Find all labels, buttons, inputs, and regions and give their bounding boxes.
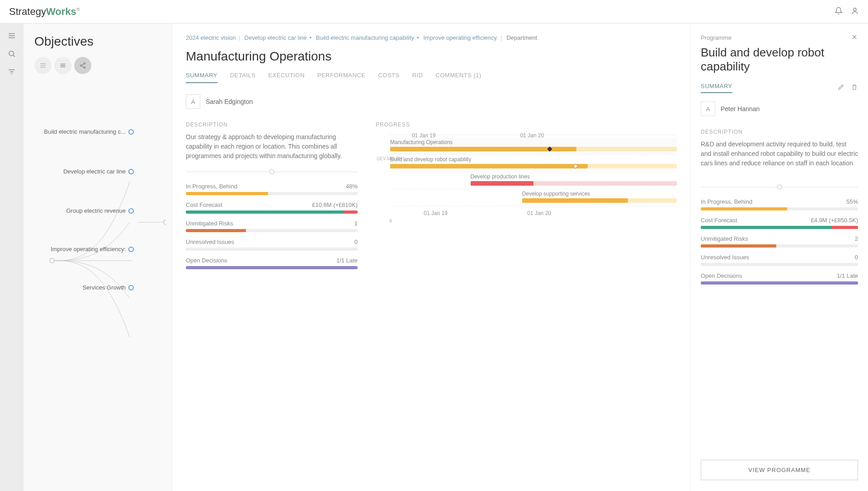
metric-label: Unmitigated Risks [701,235,748,242]
gantt-row[interactable]: DEV-MO-PR1Build and develop robot capabi… [390,155,677,172]
breadcrumb-current: Department [506,34,537,41]
metric-value: 1 [354,220,358,227]
progress-label: PROGRESS [376,122,677,128]
tab-summary[interactable]: SUMMARY [186,72,217,83]
gantt-label: Build and develop robot capability [390,156,471,163]
gantt-bar-progress [471,181,533,186]
metric-bar [186,229,358,232]
gantt-row[interactable]: Develop supporting services [390,189,677,206]
metric: Open Decisions1/1 Late [701,272,858,285]
tree-node[interactable]: Services Growth [83,284,134,291]
breadcrumb-link[interactable]: Improve operating efficiency. [423,34,498,41]
filter-icon[interactable] [8,68,16,78]
panel-tab-summary[interactable]: SUMMARY [701,83,732,93]
metric-value: 0 [354,238,358,245]
tab-details[interactable]: DETAILS [230,72,256,83]
tree-node[interactable]: Improve operating efficiency: [51,246,134,253]
tab-costs[interactable]: COSTS [378,72,399,83]
tab-rid[interactable]: RID [412,72,423,83]
avatar[interactable]: A [186,94,200,109]
metric-bar [186,266,358,269]
svg-point-0 [854,8,856,11]
tree-panel: Objectives Build electric manufacturing … [24,23,172,491]
svg-point-7 [44,65,45,66]
metric-label: Unresolved Issues [186,238,234,245]
gantt-row[interactable]: Develop production lines [390,172,677,189]
bell-icon[interactable] [835,7,843,17]
metric-value: £10.8M (+£810K) [312,201,358,208]
description-label: DESCRIPTION [701,129,858,135]
metric-value: 1/1 Late [837,272,858,279]
tree-node[interactable]: Build electric manufacturing c... [44,128,134,135]
description-label: DESCRIPTION [186,122,358,128]
metric: Unresolved Issues0 [186,238,358,251]
gantt-label: Manufacturing Operations [390,139,453,145]
tree-node[interactable]: Develop electric car line [63,168,134,175]
metric-bar [186,192,358,195]
metric: Open Decisions1/1 Late [186,257,358,269]
metric: Unmitigated Risks2 [701,235,858,248]
center-panel: 2024 electric vision| Develop electric c… [172,23,691,491]
panel-title: Build and develop robot capability [701,46,858,74]
user-icon[interactable] [851,7,859,17]
tree-node[interactable]: Group electric revenue [66,207,134,214]
metric-bar [701,263,858,266]
metric-value: 0 [855,254,858,261]
metric: In Progress, Behind48% [186,183,358,195]
metric-label: In Progress, Behind [186,183,237,190]
svg-point-4 [44,63,45,64]
tab-comments[interactable]: COMMENTS (1) [436,72,481,83]
metric-bar [701,281,858,285]
view-grid-icon[interactable] [34,57,52,74]
metric-bar [701,226,858,229]
view-programme-button[interactable]: VIEW PROGRAMME [701,460,858,480]
svg-point-10 [44,67,45,68]
metric-bar [701,244,858,248]
menu-icon[interactable] [8,32,16,42]
divider [186,172,358,172]
tab-performance[interactable]: PERFORMANCE [317,72,366,83]
tab-execution[interactable]: EXECUTION [268,72,304,83]
avatar[interactable]: A [701,102,715,116]
view-list-icon[interactable] [54,57,71,74]
delete-icon[interactable] [851,84,858,93]
metric: Unresolved Issues0 [701,254,858,266]
gantt-chart: 01 Jan 19 01 Jan 20 Manufacturing Operat… [376,132,677,223]
tree-title: Objectives [29,34,166,49]
metric-value: £4.9M (+£850.5K) [811,217,858,224]
metric-value: 55% [846,198,858,205]
metric: Cost Forecast£10.8M (+£810K) [186,201,358,214]
description-text: Our strategy & approach to developing ma… [186,132,358,161]
metric-label: Unresolved Issues [701,254,749,261]
breadcrumb-link[interactable]: Develop electric car line [245,34,307,41]
search-icon[interactable] [8,50,16,60]
svg-point-1 [9,51,14,56]
metric-label: Unmitigated Risks [186,220,233,227]
metric-value: 2 [855,235,858,242]
owner-name: Sarah Edgington [206,98,253,105]
metric-value: 48% [346,183,358,190]
svg-point-6 [42,65,43,66]
metric-label: In Progress, Behind [701,198,752,205]
svg-point-5 [41,65,42,66]
metric-bar [186,248,358,251]
edit-icon[interactable] [837,84,844,93]
breadcrumb-link[interactable]: Build electric manufacturing capability [316,34,415,41]
close-icon[interactable] [851,33,858,42]
gantt-label: Develop supporting services [522,191,590,197]
tree-connector-icon [48,164,166,358]
svg-point-14 [50,258,54,263]
owner-name: Peter Hannan [721,105,760,112]
panel-kind: Programme [701,34,858,41]
topbar: StrategyWorks® [0,0,868,23]
gantt-row[interactable]: Manufacturing Operations [390,138,677,155]
svg-point-3 [42,63,43,64]
svg-point-8 [41,67,42,68]
breadcrumb: 2024 electric vision| Develop electric c… [186,34,677,41]
gantt-scrollbar[interactable] [389,219,392,223]
gantt-bar-progress [522,198,628,203]
svg-point-2 [41,63,42,64]
view-share-icon[interactable] [74,57,91,74]
breadcrumb-link[interactable]: 2024 electric vision [186,34,236,41]
leftrail [0,23,24,491]
